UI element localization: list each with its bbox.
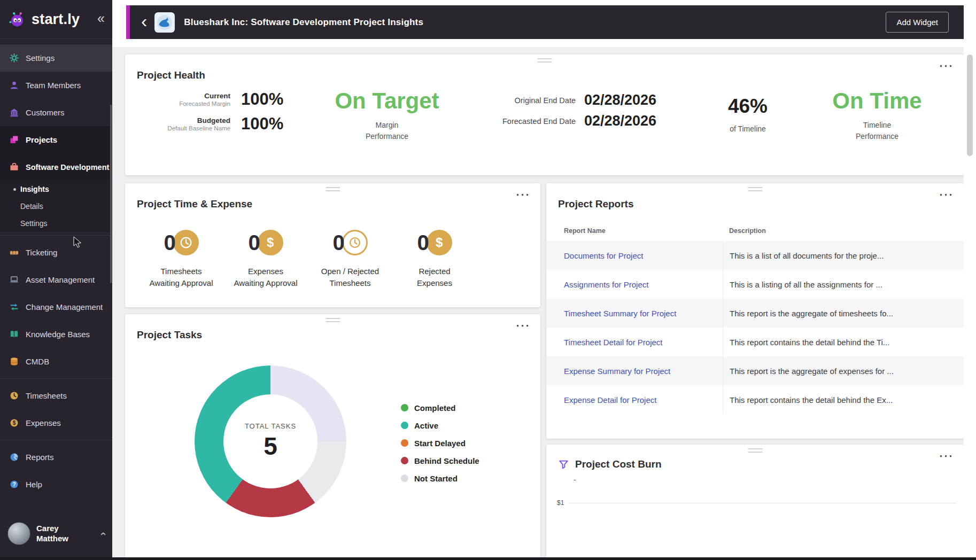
report-link[interactable]: Expense Detail for Project xyxy=(564,395,729,405)
stat-rejected-expenses: 0 $ Rejected Expenses xyxy=(394,228,475,289)
sidebar-item-settings[interactable]: Settings xyxy=(0,44,112,72)
app-logo-text: start.ly xyxy=(32,11,80,28)
report-link[interactable]: Assignments for Project xyxy=(564,280,729,289)
report-link[interactable]: Timesheet Detail for Project xyxy=(564,338,729,347)
widget-title: Project Tasks xyxy=(137,329,202,341)
sidebar-subitem-settings[interactable]: Settings xyxy=(0,215,112,232)
drag-handle-icon[interactable] xyxy=(748,187,762,191)
sidebar-item-projects[interactable]: Projects xyxy=(0,126,112,153)
stat-open-rejected-timesheets: 0 Open / Rejected Timesheets xyxy=(310,228,390,289)
sidebar-item-expenses[interactable]: $ Expenses xyxy=(0,409,112,437)
page-scrollbar xyxy=(964,0,976,560)
drag-handle-icon[interactable] xyxy=(326,187,340,191)
end-dates: Original End Date 02/28/2026 Forecasted … xyxy=(478,92,656,134)
report-description: This is a listing of all the assignments… xyxy=(723,270,964,299)
metric-value: 100% xyxy=(241,90,283,109)
legend-item-start-delayed: Start Delayed xyxy=(401,437,479,449)
widget-menu-icon[interactable]: ⋯ xyxy=(939,188,953,202)
stats-row: 0 Timesheets Awaiting Approval 0 xyxy=(141,228,475,289)
page-header: ‹ Blueshark Inc: Software Development Pr… xyxy=(126,5,964,39)
donut-total-value: 5 xyxy=(264,432,277,461)
back-button[interactable]: ‹ xyxy=(141,12,147,30)
sidebar-item-help[interactable]: ? Help xyxy=(0,471,112,498)
clock-outline-icon xyxy=(342,230,368,255)
widget-menu-icon[interactable]: ⋯ xyxy=(939,449,953,463)
team-icon xyxy=(9,80,19,91)
sidebar-subitem-details[interactable]: Details xyxy=(0,198,112,215)
app-root: start.ly « Settings Team Members xyxy=(0,0,976,560)
metric-label: Current xyxy=(139,92,230,100)
sidebar-item-software-development[interactable]: Software Development xyxy=(0,153,112,181)
timeline-percent: 46% of Timeline xyxy=(708,96,788,133)
sidebar-item-label: Ticketing xyxy=(26,248,57,257)
project-reports-widget: ⋯ Project Reports Report Name Descriptio… xyxy=(546,183,964,439)
widget-menu-icon[interactable]: ⋯ xyxy=(515,188,530,202)
column-header: Description xyxy=(729,227,766,235)
divider xyxy=(0,235,112,236)
gridline xyxy=(568,503,956,503)
stat-label: Rejected Expenses xyxy=(394,266,475,289)
sidebar-item-asset-management[interactable]: Asset Management xyxy=(0,266,112,293)
laptop-icon xyxy=(9,275,19,285)
metric-sublabel: Default Baseline Name xyxy=(139,125,230,131)
clock-icon xyxy=(9,391,19,401)
sidebar-item-label: Settings xyxy=(26,53,55,63)
stat-value: 0 xyxy=(417,231,429,255)
sidebar-scrollbar[interactable] xyxy=(110,105,112,283)
logo-row: start.ly « xyxy=(0,0,112,38)
legend-item-active: Active xyxy=(401,419,479,431)
sidebar-item-knowledge-bases[interactable]: Knowledge Bases xyxy=(0,321,112,348)
report-description: This report contains the detail behind t… xyxy=(723,385,964,414)
table-row: Timesheet Summary for Project This repor… xyxy=(546,299,964,328)
report-link[interactable]: Expense Summary for Project xyxy=(564,367,729,376)
sidebar-item-ticketing[interactable]: Ticketing xyxy=(0,239,112,266)
status-caption: Timeline Performance xyxy=(811,120,943,142)
widget-menu-icon[interactable]: ⋯ xyxy=(515,318,530,333)
drag-handle-icon[interactable] xyxy=(326,318,340,322)
sidebar-subitem-label: Insights xyxy=(20,185,49,193)
widget-menu-icon[interactable]: ⋯ xyxy=(939,59,953,73)
report-description: This is a list of all documents for the … xyxy=(723,241,964,270)
avatar[interactable] xyxy=(7,522,30,545)
dollar-icon: $ xyxy=(427,230,452,255)
sidebar-item-label: CMDB xyxy=(26,357,49,366)
sidebar-item-timesheets[interactable]: Timesheets xyxy=(0,382,112,409)
sidebar-subitem-insights[interactable]: Insights xyxy=(0,181,112,198)
sidebar-item-label: Help xyxy=(26,480,42,489)
drag-handle-icon[interactable] xyxy=(748,448,762,453)
filter-icon[interactable] xyxy=(558,459,569,470)
status-text: On Time xyxy=(811,90,943,112)
metric-value: 100% xyxy=(241,114,283,134)
clock-icon xyxy=(173,230,199,255)
sidebar-item-customers[interactable]: Customers xyxy=(0,99,112,126)
scrollbar-thumb[interactable] xyxy=(967,55,973,156)
sidebar-subitem-label: Details xyxy=(20,202,43,211)
sidebar-item-label: Asset Management xyxy=(26,275,95,284)
widget-title: Project Health xyxy=(137,69,205,81)
sidebar-item-label: Timesheets xyxy=(26,391,67,400)
sidebar-item-team-members[interactable]: Team Members xyxy=(0,72,112,99)
filter-summary: - xyxy=(574,476,964,484)
metric-label: Budgeted xyxy=(139,116,230,125)
svg-text:?: ? xyxy=(12,481,16,487)
status-text: On Target xyxy=(317,90,456,112)
user-menu[interactable]: Carey Matthew › xyxy=(0,522,112,560)
report-description: This report contains the detail behind t… xyxy=(723,328,964,356)
drag-handle-icon[interactable] xyxy=(537,58,552,63)
startly-logo-icon xyxy=(7,10,27,29)
date-value: 02/28/2026 xyxy=(584,92,656,108)
sidebar-item-cmdb[interactable]: CMDB xyxy=(0,348,112,375)
projects-icon xyxy=(9,135,19,145)
sidebar-item-reports[interactable]: Reports xyxy=(0,444,112,471)
chevron-up-icon[interactable]: › xyxy=(96,532,109,535)
report-link[interactable]: Timesheet Summary for Project xyxy=(564,309,729,318)
legend-dot xyxy=(401,422,408,429)
sidebar-collapse-button[interactable]: « xyxy=(97,12,105,27)
table-row: Assignments for Project This is a listin… xyxy=(546,270,964,299)
report-link[interactable]: Documents for Project xyxy=(564,251,729,260)
stat-value: 0 xyxy=(332,231,344,255)
timeline-status: On Time Timeline Performance xyxy=(811,90,943,142)
add-widget-button[interactable]: Add Widget xyxy=(886,12,949,33)
sidebar-item-change-management[interactable]: Change Management xyxy=(0,293,112,321)
report-description: This report is the aggregate of expenses… xyxy=(723,356,964,385)
